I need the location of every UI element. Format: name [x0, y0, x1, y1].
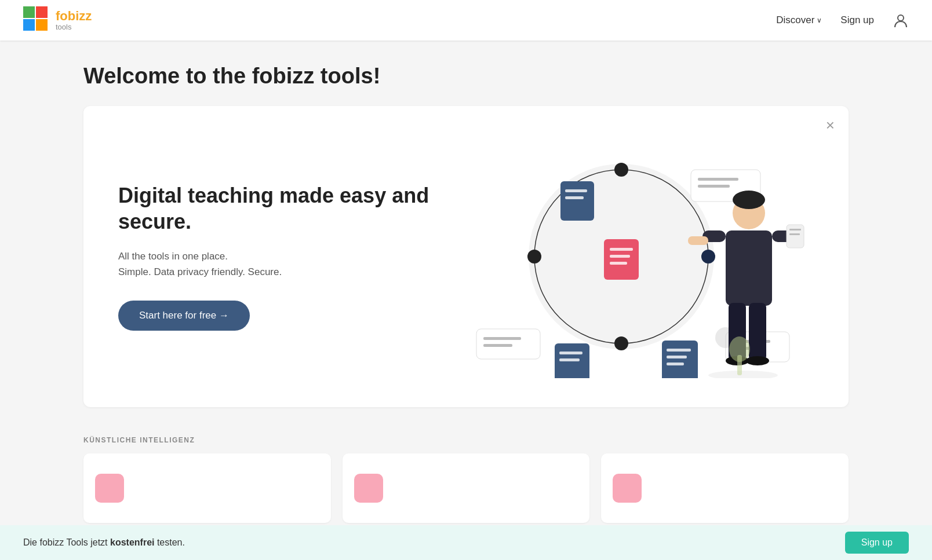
svg-rect-2 [23, 19, 35, 31]
svg-rect-26 [483, 344, 512, 347]
svg-rect-1 [36, 6, 48, 18]
svg-point-37 [733, 191, 765, 209]
logo-icon [23, 6, 51, 34]
nav-discover-button[interactable]: Discover ∨ [776, 14, 822, 26]
section-label: KÜNSTLICHE INTELLIGENZ [83, 436, 849, 444]
svg-rect-9 [610, 255, 630, 258]
discover-label: Discover [776, 14, 814, 26]
svg-rect-38 [726, 230, 772, 306]
svg-rect-32 [559, 352, 582, 354]
svg-rect-20 [698, 185, 730, 188]
svg-rect-16 [565, 189, 587, 192]
hero-heading: Digital teaching made easy and secure. [118, 182, 431, 235]
user-icon[interactable] [893, 12, 909, 28]
svg-rect-25 [483, 337, 521, 340]
svg-point-12 [701, 250, 715, 263]
chevron-down-icon: ∨ [817, 16, 822, 24]
hero-subtext-line2: Simple. Data privacy friendly. Secure. [118, 266, 282, 277]
bottom-banner: Die fobizz Tools jetzt kostenfrei testen… [0, 525, 932, 535]
svg-rect-47 [789, 229, 801, 230]
svg-rect-44 [688, 236, 708, 245]
nav-right: Discover ∨ Sign up [776, 12, 909, 28]
svg-rect-40 [749, 303, 766, 361]
svg-point-4 [898, 15, 904, 21]
tool-card-2[interactable] [343, 453, 590, 523]
svg-rect-29 [667, 356, 687, 358]
main-content: Welcome to the fobizz tools! Digital tea… [60, 41, 872, 535]
svg-point-11 [614, 163, 628, 177]
tool-card-icon-2 [354, 474, 383, 503]
tool-card-icon-1 [95, 474, 124, 503]
svg-rect-48 [789, 233, 800, 235]
tool-cards-row [83, 453, 849, 523]
svg-rect-15 [560, 181, 594, 221]
page-title: Welcome to the fobizz tools! [83, 64, 849, 89]
start-here-button[interactable]: Start here for free → [118, 301, 250, 331]
svg-point-49 [708, 371, 778, 378]
svg-point-14 [527, 250, 541, 263]
svg-rect-10 [610, 262, 627, 265]
tool-card-3[interactable] [601, 453, 849, 523]
logo[interactable]: fobizz tools [23, 6, 92, 34]
hero-card: Digital teaching made easy and secure. A… [83, 106, 849, 407]
svg-rect-3 [36, 19, 48, 31]
logo-sub: tools [56, 23, 92, 31]
illustration-svg [452, 135, 814, 378]
hero-subtext-line1: All the tools in one place. [118, 251, 228, 262]
svg-rect-8 [610, 248, 633, 251]
svg-rect-0 [23, 6, 35, 18]
bottom-signup-button[interactable]: Sign up [845, 532, 909, 535]
svg-rect-27 [662, 341, 698, 378]
logo-text: fobizz tools [56, 9, 92, 31]
hero-subtext: All the tools in one place. Simple. Data… [118, 248, 431, 280]
nav-signup-link[interactable]: Sign up [840, 14, 874, 26]
logo-name: fobizz [56, 9, 92, 23]
svg-rect-46 [787, 225, 804, 248]
svg-rect-30 [667, 363, 684, 365]
svg-rect-7 [604, 239, 639, 280]
svg-point-51 [729, 336, 750, 362]
svg-point-13 [614, 336, 628, 350]
close-button[interactable]: × [826, 118, 835, 133]
navbar: fobizz tools Discover ∨ Sign up [0, 0, 932, 41]
svg-rect-33 [559, 358, 580, 361]
hero-illustration [452, 135, 814, 378]
hero-text: Digital teaching made easy and secure. A… [118, 182, 431, 331]
svg-rect-19 [698, 178, 738, 181]
tool-card-icon-3 [613, 474, 642, 503]
tool-card-1[interactable] [83, 453, 331, 523]
svg-rect-28 [667, 349, 691, 352]
svg-rect-17 [565, 196, 584, 199]
svg-point-42 [746, 356, 769, 365]
